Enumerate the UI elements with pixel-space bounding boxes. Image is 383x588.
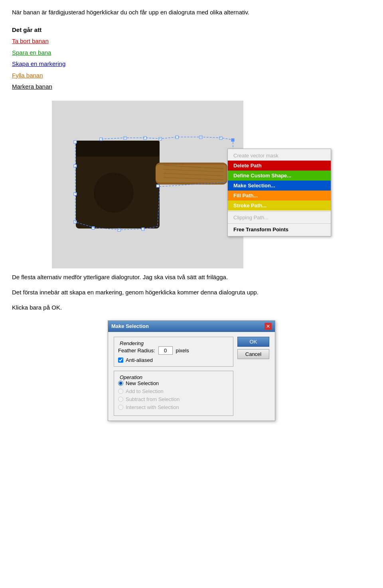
rendering-group: Rendering Feather Radius: pixels Anti-al… bbox=[114, 337, 233, 367]
radio-subtract-selection-input[interactable] bbox=[118, 397, 123, 402]
context-menu-stroke-path[interactable]: Stroke Path... bbox=[228, 201, 331, 211]
radio-intersect-selection-input[interactable] bbox=[118, 405, 123, 410]
dialog-wrapper: Make Selection ✕ Rendering Feather Radiu… bbox=[12, 320, 371, 421]
make-selection-dialog: Make Selection ✕ Rendering Feather Radiu… bbox=[108, 320, 275, 421]
context-menu-create-vector[interactable]: Create vector mask bbox=[228, 151, 331, 161]
hammer-context-area: Create vector mask Delete Path Define Cu… bbox=[52, 101, 331, 268]
dialog-left-panel: Rendering Feather Radius: pixels Anti-al… bbox=[114, 337, 233, 416]
context-menu-clipping-path[interactable]: Clipping Path... bbox=[228, 213, 331, 222]
context-menu-separator bbox=[228, 211, 331, 212]
radio-intersect-selection-label: Intersect with Selection bbox=[126, 404, 179, 410]
context-menu-define-shape[interactable]: Define Custom Shape... bbox=[228, 171, 331, 181]
link-skapa[interactable]: Skapa en markering bbox=[12, 60, 65, 67]
context-menu-free-transform[interactable]: Free Transform Points bbox=[228, 224, 331, 234]
context-menu-separator2 bbox=[228, 223, 331, 224]
ok-button[interactable]: OK bbox=[237, 337, 269, 347]
dialog-title: Make Selection bbox=[111, 323, 149, 329]
radio-add-selection-label: Add to Selection bbox=[126, 388, 164, 394]
radio-new-selection: New Selection bbox=[118, 380, 229, 386]
link-fylla[interactable]: Fylla banan bbox=[12, 72, 43, 79]
svg-rect-28 bbox=[156, 185, 159, 187]
context-menu-delete-path[interactable]: Delete Path bbox=[228, 161, 331, 171]
cancel-button[interactable]: Cancel bbox=[237, 349, 269, 359]
operation-legend: Operation bbox=[118, 374, 229, 380]
section2-line1: Det första innebär att skapa en markerin… bbox=[12, 288, 371, 297]
feather-input[interactable] bbox=[158, 346, 173, 355]
context-menu: Create vector mask Delete Path Define Cu… bbox=[227, 149, 331, 236]
anti-aliased-checkbox[interactable] bbox=[118, 358, 123, 363]
svg-rect-2 bbox=[76, 141, 160, 157]
det-gar-att-section: Det går att Ta bort banan Spara en bana … bbox=[12, 24, 371, 93]
link-ta-bort[interactable]: Ta bort banan bbox=[12, 38, 49, 44]
section2-line2: Klicka bara på OK. bbox=[12, 303, 371, 312]
radio-new-selection-input[interactable] bbox=[118, 381, 123, 386]
radio-subtract-selection-label: Subtract from Selection bbox=[126, 396, 180, 402]
dialog-titlebar: Make Selection ✕ bbox=[108, 321, 275, 332]
radio-new-selection-label: New Selection bbox=[126, 380, 159, 386]
feather-row: Feather Radius: pixels bbox=[118, 346, 229, 355]
dialog-right-panel: OK Cancel bbox=[237, 337, 269, 416]
link-spara[interactable]: Spara en bana bbox=[12, 49, 51, 56]
dialog-close-button[interactable]: ✕ bbox=[265, 323, 272, 330]
operation-group: Operation New Selection Add to Selection… bbox=[114, 371, 233, 416]
dialog-body: Rendering Feather Radius: pixels Anti-al… bbox=[108, 332, 275, 421]
context-menu-fill-path[interactable]: Fill Path... bbox=[228, 191, 331, 201]
anti-aliased-row: Anti-aliased bbox=[118, 357, 229, 363]
svg-point-3 bbox=[94, 173, 134, 213]
link-markera: Markera banan bbox=[12, 83, 52, 90]
hammer-svg bbox=[52, 101, 243, 268]
pixels-label: pixels bbox=[176, 348, 189, 354]
radio-intersect-selection: Intersect with Selection bbox=[118, 404, 229, 410]
svg-rect-25 bbox=[92, 226, 95, 229]
anti-aliased-label: Anti-aliased bbox=[126, 357, 153, 363]
context-menu-make-selection[interactable]: Make Selection... bbox=[228, 181, 331, 191]
radio-subtract-selection: Subtract from Selection bbox=[118, 396, 229, 402]
hammer-image bbox=[52, 101, 243, 268]
det-gar-heading: Det går att bbox=[12, 24, 371, 36]
radio-add-selection-input[interactable] bbox=[118, 389, 123, 394]
feather-label: Feather Radius: bbox=[118, 348, 155, 354]
rendering-legend: Rendering bbox=[118, 340, 229, 346]
section1-text: De flesta alternativ medför ytterligare … bbox=[12, 272, 371, 282]
svg-rect-21 bbox=[74, 141, 77, 143]
intro-paragraph: När banan är färdigjusterad högerklickar… bbox=[12, 8, 371, 17]
radio-add-selection: Add to Selection bbox=[118, 388, 229, 394]
